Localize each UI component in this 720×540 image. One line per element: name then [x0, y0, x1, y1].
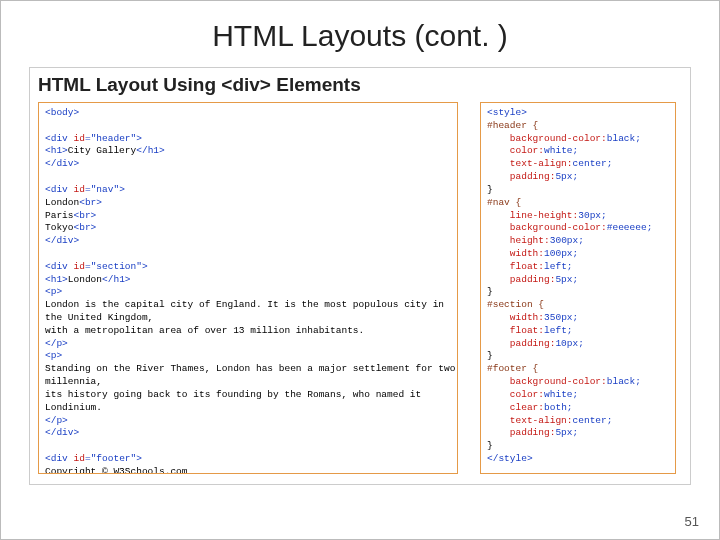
- code-text: Tokyo: [45, 222, 74, 233]
- code-val: 30px;: [578, 210, 607, 221]
- code-line: <p>: [45, 350, 62, 361]
- code-text: with a metropolitan area of over 13 mill…: [45, 325, 364, 336]
- page-title: HTML Layouts (cont. ): [29, 19, 691, 53]
- code-text: City Gallery: [68, 145, 136, 156]
- code-val: center;: [573, 158, 613, 169]
- code-line: }: [487, 350, 493, 361]
- code-prop: text-align:: [510, 158, 573, 169]
- css-code-box: <style> #header { background-color:black…: [480, 102, 676, 474]
- code-val: left;: [544, 325, 573, 336]
- code-text: London is the capital city of England. I…: [45, 299, 444, 323]
- page-number: 51: [685, 514, 699, 529]
- code-line: </style>: [487, 453, 533, 464]
- html-code-box: <body> <div id="header"> <h1>City Galler…: [38, 102, 458, 474]
- code-prop: float:: [510, 325, 544, 336]
- code-val: black;: [607, 376, 641, 387]
- slide: HTML Layouts (cont. ) HTML Layout Using …: [0, 0, 720, 540]
- code-val: 350px;: [544, 312, 578, 323]
- code-val: center;: [573, 415, 613, 426]
- code-line: </div>: [45, 427, 79, 438]
- code-text: London: [45, 197, 79, 208]
- code-prop: color:: [510, 389, 544, 400]
- code-line: }: [487, 286, 493, 297]
- code-prop: text-align:: [510, 415, 573, 426]
- code-line: }: [487, 440, 493, 451]
- code-prop: height:: [510, 235, 550, 246]
- code-line: <h1>: [45, 145, 68, 156]
- code-text: its history going back to its founding b…: [45, 389, 421, 413]
- code-val: #eeeeee;: [607, 222, 653, 233]
- code-line: <h1>: [45, 274, 68, 285]
- code-val: both;: [544, 402, 573, 413]
- code-prop: padding:: [510, 171, 556, 182]
- code-line: <p>: [45, 286, 62, 297]
- code-line: </p>: [45, 415, 68, 426]
- code-line: #nav {: [487, 197, 521, 208]
- code-text: Standing on the River Thames, London has…: [45, 363, 455, 387]
- code-text: London: [68, 274, 102, 285]
- code-prop: color:: [510, 145, 544, 156]
- code-prop: background-color:: [510, 133, 607, 144]
- code-prop: width:: [510, 312, 544, 323]
- code-columns: <body> <div id="header"> <h1>City Galler…: [38, 102, 682, 474]
- code-val: black;: [607, 133, 641, 144]
- code-val: 5px;: [555, 274, 578, 285]
- code-prop: background-color:: [510, 376, 607, 387]
- code-val: 10px;: [555, 338, 584, 349]
- code-line: #footer {: [487, 363, 538, 374]
- code-line: #section {: [487, 299, 544, 310]
- code-line: <br>: [74, 222, 97, 233]
- code-text: Paris: [45, 210, 74, 221]
- code-prop: background-color:: [510, 222, 607, 233]
- code-line: <div id="footer">: [45, 453, 142, 464]
- code-val: left;: [544, 261, 573, 272]
- code-val: white;: [544, 389, 578, 400]
- code-line: <style>: [487, 107, 527, 118]
- code-line: </p>: [45, 338, 68, 349]
- code-line: <br>: [79, 197, 102, 208]
- content-frame: HTML Layout Using <div> Elements <body> …: [29, 67, 691, 485]
- code-val: 5px;: [555, 171, 578, 182]
- code-line: <br>: [74, 210, 97, 221]
- code-prop: padding:: [510, 338, 556, 349]
- code-prop: padding:: [510, 274, 556, 285]
- code-prop: width:: [510, 248, 544, 259]
- code-val: 300px;: [550, 235, 584, 246]
- code-prop: clear:: [510, 402, 544, 413]
- code-line: </div>: [45, 158, 79, 169]
- code-line: </div>: [45, 235, 79, 246]
- code-line: <body>: [45, 107, 79, 118]
- code-line: <div id="nav">: [45, 184, 125, 195]
- code-prop: padding:: [510, 427, 556, 438]
- code-line: #header {: [487, 120, 538, 131]
- code-line: <div id="section">: [45, 261, 148, 272]
- code-line: }: [487, 184, 493, 195]
- section-heading: HTML Layout Using <div> Elements: [38, 74, 682, 96]
- code-val: 5px;: [555, 427, 578, 438]
- code-prop: line-height:: [510, 210, 578, 221]
- code-val: 100px;: [544, 248, 578, 259]
- code-line: <div id="header">: [45, 133, 142, 144]
- code-text: Copyright © W3Schools.com: [45, 466, 188, 474]
- code-val: white;: [544, 145, 578, 156]
- code-prop: float:: [510, 261, 544, 272]
